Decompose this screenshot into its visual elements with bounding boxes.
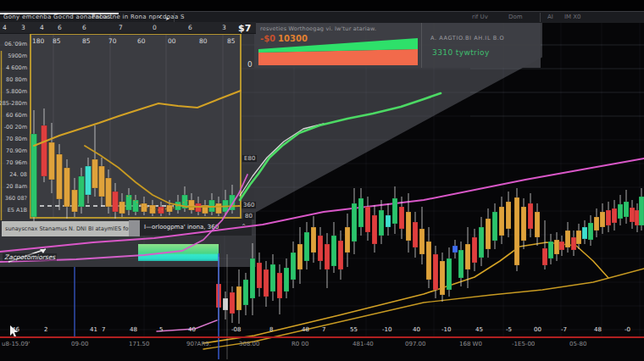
top-tick: 4 xyxy=(40,24,44,31)
trading-app-window: Gony emcenba Gocnd aonaenbas. Pacoctne i… xyxy=(0,0,644,361)
tooltip-bar-chart xyxy=(254,23,541,68)
mini-axis-top-label: $7 xyxy=(238,23,251,34)
x-axis-tick: 48 xyxy=(302,326,309,333)
candle-body xyxy=(535,212,540,237)
price-label: 285-280m xyxy=(0,100,27,107)
candle-body xyxy=(548,242,553,258)
candle-body xyxy=(506,202,511,229)
candle-body xyxy=(270,264,275,292)
x-axis-label: 308.00 xyxy=(239,341,260,347)
candle-body xyxy=(606,210,611,225)
price-label: 06.'09m xyxy=(4,41,27,47)
candle-body xyxy=(386,215,391,227)
inset-right-price-label: 80 xyxy=(243,213,254,219)
x-axis-label: 481-40 xyxy=(353,341,374,347)
top-black-strip xyxy=(0,0,644,11)
x-axis-label: 09-00 xyxy=(71,341,88,347)
price-label: 80 80m xyxy=(6,76,27,83)
x-axis-tick: 46 xyxy=(12,326,19,333)
left-price-axis: 06.'09m5900m4 600m80 80m5.800m285-280m60… xyxy=(0,0,29,361)
candle-body xyxy=(499,207,504,236)
price-label: 24. 08 xyxy=(9,171,27,178)
candle-body xyxy=(554,240,559,254)
candle-body xyxy=(297,244,303,269)
x-axis-label: R0 00 xyxy=(291,341,308,347)
candle-body xyxy=(521,207,526,241)
candle-body xyxy=(304,232,309,261)
x-axis-tick: 00 xyxy=(534,326,541,333)
candle-body xyxy=(582,227,587,239)
candle-body xyxy=(426,242,431,280)
top-tick: 6 xyxy=(82,24,86,31)
candle-body xyxy=(352,203,357,242)
candle-body xyxy=(571,237,576,250)
candle-body xyxy=(311,227,316,253)
x-axis-tick: 45 xyxy=(475,326,483,333)
candle-body xyxy=(600,212,605,227)
x-axis-tick: 40 xyxy=(188,326,196,333)
candle-body xyxy=(277,273,282,298)
candle-body xyxy=(284,268,289,292)
price-label: 5900m xyxy=(8,53,27,59)
panel-icon[interactable] xyxy=(129,220,140,236)
candle-body xyxy=(399,207,404,229)
x-axis-tick: -7 xyxy=(561,326,567,333)
candle-body xyxy=(594,217,599,230)
candle-body xyxy=(392,198,397,224)
inset-right-price-label: 360 xyxy=(242,202,256,208)
candle-body xyxy=(433,254,438,290)
header-menu-item[interactable]: rif Uv xyxy=(472,12,488,23)
candle-body xyxy=(447,258,452,290)
price-label: E5 A1B xyxy=(8,207,27,214)
candle-body xyxy=(413,222,418,247)
candle-body xyxy=(465,244,470,269)
header-menu-item[interactable]: AI xyxy=(547,12,553,23)
annotation-label: Zacpotomiorses xyxy=(3,253,57,261)
candle-body xyxy=(618,204,623,219)
candle-body xyxy=(325,244,330,269)
top-tick: 0 xyxy=(153,24,157,31)
x-axis-tick: 5 xyxy=(159,326,163,333)
candle-body xyxy=(486,219,491,249)
candle-body xyxy=(630,208,635,222)
price-label: 360 08? xyxy=(5,195,27,202)
x-axis-tick: -0 xyxy=(625,326,630,333)
top-tick: 3 xyxy=(21,24,25,31)
top-tick: 6 xyxy=(58,24,62,31)
candle-body xyxy=(236,286,242,310)
top-tick: 7 xyxy=(119,24,123,31)
x-axis-label: u8-15.09' xyxy=(2,341,30,347)
price-label: 60 60m xyxy=(6,112,27,119)
x-axis-tick: 55 xyxy=(350,326,358,333)
x-axis-tick: -10 xyxy=(441,326,451,333)
candle-body xyxy=(406,212,411,241)
x-axis-label: 168 W0 xyxy=(459,341,482,347)
candle-body xyxy=(612,208,617,223)
candle-body xyxy=(257,263,262,288)
tooltip-panel: resveties Worthoegag vi. Iw'tur atariaw.… xyxy=(254,23,541,68)
header-menu-item[interactable]: IM X0 xyxy=(564,12,581,23)
candle-body xyxy=(338,241,343,269)
x-axis-tick: 48 xyxy=(130,326,137,333)
candle-body xyxy=(440,261,445,295)
candle-body xyxy=(542,248,547,265)
candle-body xyxy=(492,212,497,241)
x-axis-label: -1E5-00 xyxy=(512,341,535,347)
x-axis-tick: 41 xyxy=(90,326,97,333)
candle-body xyxy=(528,203,533,229)
candle-body xyxy=(318,236,323,261)
header-separator-2 xyxy=(540,13,541,22)
x-axis-tick: 7 xyxy=(102,326,105,333)
candle-body xyxy=(358,198,364,227)
x-axis-label: 90?AR9. xyxy=(186,341,211,347)
x-axis-tick: 40 xyxy=(413,326,420,333)
header-menu-item[interactable]: Dom xyxy=(508,12,523,23)
candle-body xyxy=(514,197,519,265)
candle-body xyxy=(624,202,629,217)
inset-right-price-label: E80 xyxy=(242,155,257,162)
growth-curve-green xyxy=(240,93,441,200)
header-separator xyxy=(174,13,175,22)
x-axis-tick: -10 xyxy=(382,326,391,333)
price-label: 4 600m xyxy=(6,64,27,71)
price-label: -00 20m xyxy=(4,124,27,131)
